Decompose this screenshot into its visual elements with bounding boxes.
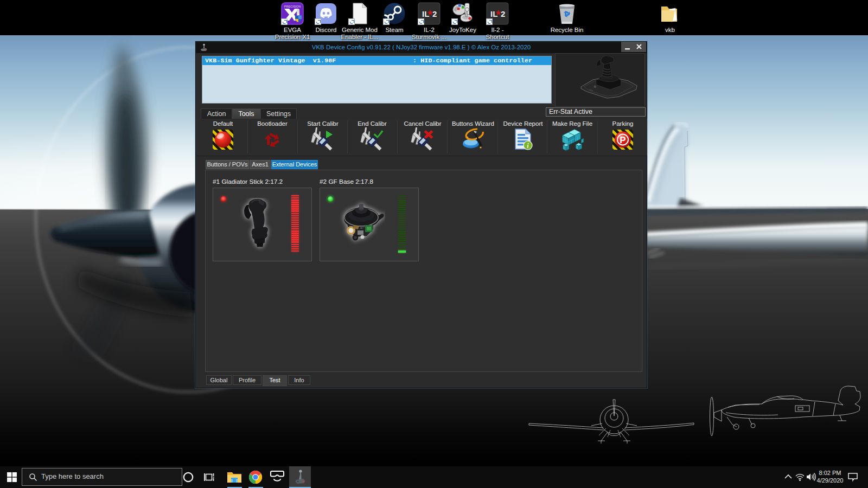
svg-text:2: 2 — [432, 9, 437, 18]
svg-text:PRECISION: PRECISION — [284, 5, 301, 8]
svg-text:IL: IL — [490, 9, 497, 18]
svg-text:P: P — [620, 135, 626, 145]
svg-text:IL: IL — [422, 9, 429, 18]
svg-text:2: 2 — [501, 9, 505, 18]
